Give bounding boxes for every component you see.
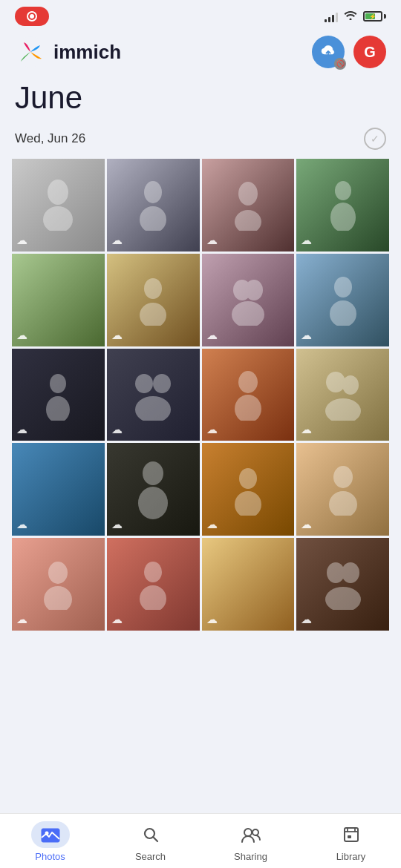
library-icon bbox=[342, 826, 360, 844]
photo-cell[interactable]: ☁ bbox=[202, 349, 295, 441]
cloud-icon: ☁ bbox=[111, 423, 123, 436]
cloud-icon: ☁ bbox=[301, 423, 312, 436]
svg-point-29 bbox=[235, 491, 261, 516]
cloud-icon: ☁ bbox=[206, 234, 218, 247]
cloud-icon: ☁ bbox=[111, 613, 123, 626]
svg-point-6 bbox=[235, 210, 261, 231]
cloud-icon: ☁ bbox=[111, 518, 123, 531]
svg-point-28 bbox=[239, 468, 257, 489]
svg-point-15 bbox=[330, 300, 356, 326]
svg-point-16 bbox=[50, 374, 66, 393]
cloud-icon: ☁ bbox=[301, 234, 312, 247]
photos-nav-icon-wrap bbox=[31, 821, 70, 848]
search-icon bbox=[142, 826, 160, 844]
photo-cell[interactable]: ☁ bbox=[12, 538, 105, 631]
signal-icon bbox=[325, 10, 338, 22]
photo-cell[interactable]: ☁ bbox=[202, 443, 295, 536]
svg-point-34 bbox=[144, 562, 162, 582]
library-nav-label: Library bbox=[336, 851, 366, 862]
photo-cell[interactable]: ☁ bbox=[12, 349, 105, 441]
photo-cell[interactable]: ☁ bbox=[202, 538, 295, 631]
svg-point-8 bbox=[330, 203, 356, 231]
svg-point-17 bbox=[46, 396, 70, 421]
header-actions: 🚫 G bbox=[312, 36, 386, 68]
svg-point-18 bbox=[135, 374, 153, 393]
photo-grid: ☁ ☁ ☁ ☁ ☁ ☁ bbox=[12, 159, 389, 631]
photo-cell[interactable]: ☁ bbox=[107, 159, 200, 251]
photo-cell[interactable]: ☁ bbox=[202, 159, 295, 251]
upload-button[interactable]: 🚫 bbox=[312, 36, 345, 68]
cloud-icon: ☁ bbox=[16, 234, 27, 247]
sharing-nav-icon-wrap bbox=[232, 821, 270, 848]
checkmark-icon: ✓ bbox=[371, 133, 379, 145]
logo-icon bbox=[15, 36, 46, 68]
svg-point-14 bbox=[334, 277, 352, 297]
svg-rect-45 bbox=[348, 835, 351, 838]
cloud-icon: ☁ bbox=[301, 329, 312, 342]
nav-item-sharing[interactable]: Sharing bbox=[225, 821, 277, 862]
sharing-icon bbox=[241, 826, 261, 844]
svg-point-32 bbox=[48, 562, 68, 584]
svg-point-3 bbox=[144, 181, 162, 203]
svg-point-35 bbox=[140, 585, 166, 610]
month-title: June bbox=[12, 80, 389, 116]
photo-cell[interactable]: ☁ bbox=[107, 538, 200, 631]
photo-cell[interactable]: ☁ bbox=[296, 254, 389, 346]
cloud-icon: ☁ bbox=[16, 518, 27, 531]
photo-cell[interactable]: ☁ bbox=[12, 443, 105, 536]
photos-nav-label: Photos bbox=[35, 851, 65, 862]
svg-point-12 bbox=[245, 280, 263, 300]
svg-point-4 bbox=[140, 206, 166, 231]
svg-point-2 bbox=[43, 206, 73, 231]
recording-circle bbox=[27, 11, 37, 22]
library-nav-icon-wrap bbox=[332, 821, 371, 848]
app-title: immich bbox=[53, 41, 121, 64]
sharing-nav-label: Sharing bbox=[234, 851, 267, 862]
nav-item-search[interactable]: Search bbox=[125, 821, 177, 862]
photo-cell[interactable]: ☁ bbox=[296, 443, 389, 536]
cloud-icon: ☁ bbox=[16, 613, 27, 626]
svg-point-20 bbox=[135, 396, 171, 421]
cloud-icon: ☁ bbox=[301, 518, 312, 531]
cloud-icon: ☁ bbox=[206, 329, 218, 342]
avatar[interactable]: G bbox=[353, 36, 386, 68]
photo-cell[interactable]: ☁ bbox=[296, 538, 389, 631]
svg-point-23 bbox=[326, 372, 345, 392]
main-content: June Wed, Jun 26 ✓ ☁ ☁ ☁ bbox=[0, 80, 401, 631]
svg-point-24 bbox=[342, 375, 359, 395]
select-all-button[interactable]: ✓ bbox=[364, 128, 386, 150]
photo-cell[interactable]: ☁ bbox=[296, 349, 389, 441]
svg-point-33 bbox=[44, 586, 72, 610]
cloud-icon: ☁ bbox=[206, 423, 218, 436]
photo-cell[interactable]: ☁ bbox=[12, 254, 105, 346]
search-nav-icon-wrap bbox=[131, 821, 170, 848]
svg-point-9 bbox=[144, 278, 162, 299]
svg-point-37 bbox=[342, 562, 359, 583]
status-left bbox=[15, 7, 49, 26]
photo-cell[interactable]: ☁ bbox=[202, 254, 295, 346]
date-label: Wed, Jun 26 bbox=[15, 131, 85, 146]
battery-icon: ⚡ bbox=[363, 11, 386, 22]
bottom-navigation: Photos Search Sharing bbox=[0, 813, 401, 868]
cloud-upload-icon bbox=[320, 44, 336, 60]
nav-item-library[interactable]: Library bbox=[325, 821, 377, 862]
date-row: Wed, Jun 26 ✓ bbox=[12, 128, 389, 150]
status-bar: ⚡ bbox=[0, 0, 401, 30]
photo-cell[interactable]: ☁ bbox=[107, 349, 200, 441]
photo-cell[interactable]: ☁ bbox=[107, 254, 200, 346]
svg-point-19 bbox=[153, 374, 171, 393]
cloud-icon: ☁ bbox=[16, 423, 27, 436]
svg-point-5 bbox=[238, 182, 258, 206]
svg-point-30 bbox=[333, 466, 353, 488]
photo-cell[interactable]: ☁ bbox=[296, 159, 389, 251]
nav-item-photos[interactable]: Photos bbox=[25, 821, 76, 862]
cloud-icon: ☁ bbox=[206, 613, 218, 626]
svg-point-7 bbox=[335, 181, 351, 200]
svg-rect-44 bbox=[345, 828, 358, 841]
svg-point-21 bbox=[238, 371, 258, 393]
logo: immich bbox=[15, 36, 121, 68]
photo-cell[interactable]: ☁ bbox=[12, 159, 105, 251]
photo-cell[interactable]: ☁ bbox=[107, 443, 200, 536]
app-header: immich 🚫 G bbox=[0, 30, 401, 80]
svg-point-38 bbox=[325, 587, 361, 610]
